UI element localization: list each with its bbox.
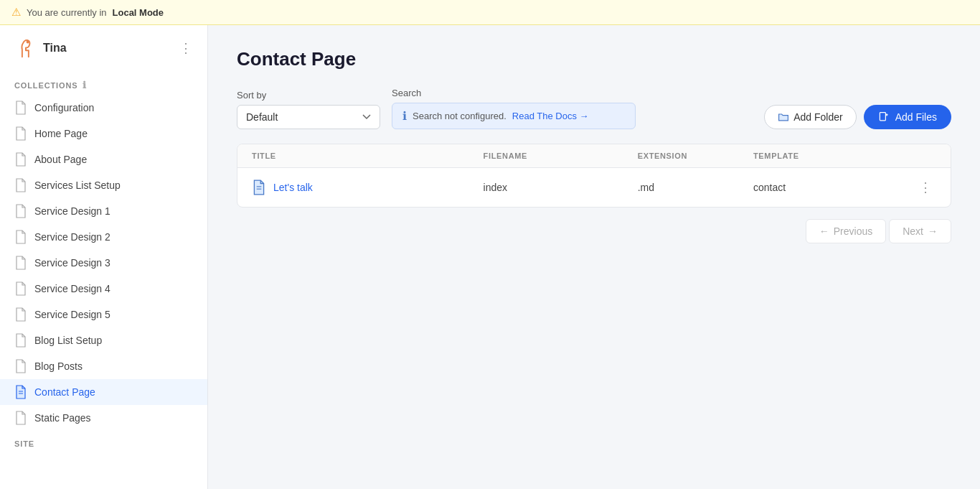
- file-icon: [14, 359, 27, 373]
- search-info-icon: ℹ: [402, 109, 407, 123]
- file-icon: [14, 411, 27, 425]
- search-group: Search ℹ Search not configured. Read The…: [392, 88, 636, 129]
- file-icon: [14, 256, 27, 270]
- sidebar-item-static-pages[interactable]: Static Pages: [0, 405, 207, 431]
- sidebar-item-label: Static Pages: [34, 412, 91, 424]
- sidebar-item-label: About Page: [34, 154, 87, 165]
- collections-section-label: COLLECTIONS ℹ: [0, 71, 207, 95]
- sidebar-menu-icon[interactable]: ⋮: [179, 40, 193, 56]
- sidebar-item-label: Home Page: [34, 128, 88, 139]
- left-arrow-icon: ←: [819, 225, 829, 237]
- file-icon: [14, 333, 27, 348]
- sidebar-item-label: Contact Page: [34, 386, 95, 398]
- row-file-icon: [252, 180, 266, 195]
- col-filename: FILENAME: [484, 152, 638, 160]
- main-layout: Tina ⋮ COLLECTIONS ℹ Configuration: [0, 25, 980, 489]
- sidebar-item-home-page[interactable]: Home Page: [0, 121, 207, 146]
- sidebar-item-label: Configuration: [34, 102, 94, 113]
- warning-icon: ⚠: [11, 6, 21, 19]
- sidebar-item-blog-list-setup[interactable]: Blog List Setup: [0, 327, 207, 353]
- main-content: Contact Page Sort by Default Search ℹ Se…: [208, 25, 980, 489]
- table-row[interactable]: Let's talk index .md contact ⋮: [237, 168, 951, 207]
- sidebar-item-label: Service Design 5: [34, 309, 110, 320]
- cell-actions: ⋮: [908, 178, 936, 197]
- sidebar-item-label: Blog List Setup: [34, 335, 102, 346]
- sidebar-item-service-design-3[interactable]: Service Design 3: [0, 250, 207, 276]
- sort-by-label: Sort by: [237, 90, 380, 101]
- files-table: TITLE FILENAME EXTENSION TEMPLATE Let's …: [237, 144, 951, 208]
- banner-text: You are currently in: [27, 7, 107, 18]
- file-icon: [14, 204, 27, 218]
- local-mode-label: Local Mode: [113, 7, 164, 18]
- sidebar-item-configuration[interactable]: Configuration: [0, 95, 207, 121]
- sidebar-item-blog-posts[interactable]: Blog Posts: [0, 353, 207, 379]
- cell-extension: .md: [638, 182, 753, 193]
- sidebar-item-contact-page[interactable]: Contact Page: [0, 379, 207, 405]
- right-arrow-icon: →: [928, 225, 938, 237]
- svg-point-0: [27, 39, 29, 43]
- sidebar: Tina ⋮ COLLECTIONS ℹ Configuration: [0, 25, 208, 489]
- search-label: Search: [392, 88, 636, 98]
- toolbar: Sort by Default Search ℹ Search not conf…: [237, 88, 951, 129]
- add-files-icon: [878, 111, 890, 123]
- table-header: TITLE FILENAME EXTENSION TEMPLATE: [237, 144, 951, 168]
- folder-icon: [778, 111, 789, 123]
- col-title: TITLE: [252, 152, 484, 160]
- toolbar-actions: Add Folder Add Files: [764, 105, 951, 129]
- file-icon: [14, 281, 27, 296]
- sidebar-item-services-list-setup[interactable]: Services List Setup: [0, 172, 207, 198]
- page-title: Contact Page: [237, 48, 951, 70]
- sidebar-item-service-design-1[interactable]: Service Design 1: [0, 198, 207, 224]
- svg-rect-3: [880, 113, 885, 121]
- file-icon: [14, 307, 27, 322]
- sidebar-item-label: Service Design 3: [34, 257, 110, 269]
- cell-template: contact: [753, 182, 908, 193]
- site-section-label: SITE: [0, 431, 207, 452]
- sidebar-item-label: Services List Setup: [34, 180, 121, 191]
- pagination: ← Previous Next →: [237, 219, 951, 243]
- cell-title: Let's talk: [252, 180, 484, 195]
- file-icon: [14, 230, 27, 244]
- row-menu-button[interactable]: ⋮: [915, 178, 936, 197]
- collections-info-icon: ℹ: [83, 80, 87, 90]
- local-mode-banner: ⚠ You are currently in Local Mode: [0, 0, 980, 25]
- file-icon: [14, 178, 27, 192]
- app-name: Tina: [43, 42, 67, 55]
- sidebar-item-label: Service Design 1: [34, 205, 110, 217]
- previous-button[interactable]: ← Previous: [806, 219, 886, 243]
- col-actions: [908, 152, 936, 160]
- sidebar-scroll: COLLECTIONS ℹ Configuration Home Page: [0, 65, 207, 489]
- sidebar-item-label: Service Design 4: [34, 283, 110, 294]
- row-title[interactable]: Let's talk: [273, 182, 313, 193]
- file-icon: [14, 152, 27, 167]
- file-icon: [14, 101, 27, 115]
- search-not-configured-text: Search not configured.: [413, 111, 507, 121]
- sidebar-item-label: Blog Posts: [34, 360, 83, 372]
- sidebar-item-about-page[interactable]: About Page: [0, 146, 207, 172]
- next-button[interactable]: Next →: [889, 219, 951, 243]
- sort-group: Sort by Default: [237, 90, 380, 129]
- sort-select[interactable]: Default: [237, 105, 380, 129]
- file-icon-active: [14, 385, 27, 399]
- sidebar-item-service-design-5[interactable]: Service Design 5: [0, 302, 207, 327]
- add-files-button[interactable]: Add Files: [864, 105, 951, 129]
- col-extension: EXTENSION: [638, 152, 753, 160]
- col-template: TEMPLATE: [753, 152, 908, 160]
- add-folder-button[interactable]: Add Folder: [764, 105, 856, 129]
- app-logo: [14, 37, 37, 60]
- cell-filename: index: [484, 182, 638, 193]
- sidebar-item-service-design-2[interactable]: Service Design 2: [0, 224, 207, 250]
- read-the-docs-link[interactable]: Read The Docs →: [512, 111, 589, 121]
- file-icon: [14, 126, 27, 141]
- sidebar-item-label: Service Design 2: [34, 231, 110, 243]
- sidebar-header: Tina ⋮: [0, 25, 207, 65]
- search-box: ℹ Search not configured. Read The Docs →: [392, 103, 636, 129]
- sidebar-item-service-design-4[interactable]: Service Design 4: [0, 276, 207, 302]
